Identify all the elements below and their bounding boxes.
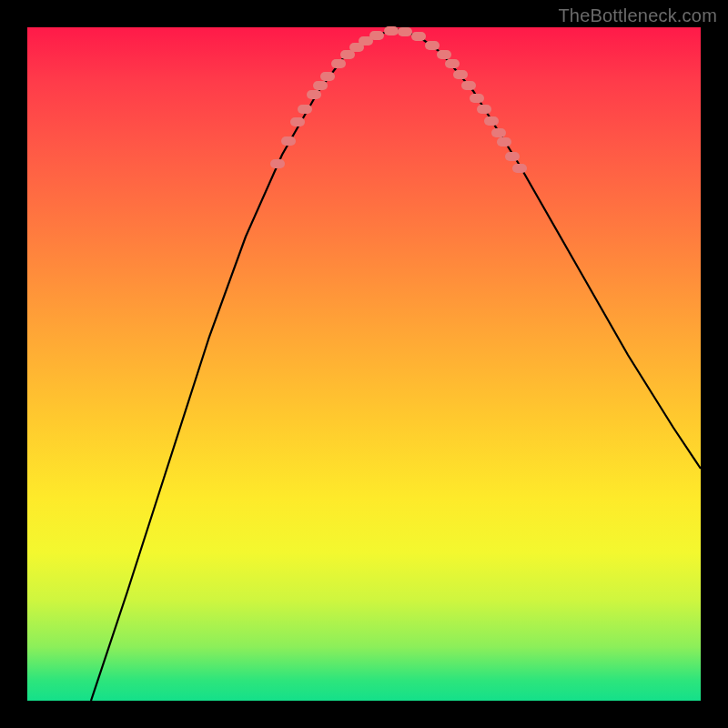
marker-pill [484,116,499,126]
bottleneck-curve [91,29,701,701]
highlight-markers-right [398,27,527,173]
marker-pill [398,27,412,36]
marker-pill [290,117,305,126]
marker-pill [369,31,384,40]
marker-pill [491,128,506,137]
marker-pill [505,152,520,161]
marker-pill [437,50,451,59]
marker-pill [497,137,511,147]
marker-pill [470,94,484,103]
marker-pill [425,41,440,50]
highlight-markers-left [270,26,399,168]
marker-pill [461,81,476,90]
marker-pill [512,164,527,173]
marker-pill [320,72,335,81]
marker-pill [298,105,312,114]
marker-pill [445,59,460,68]
marker-pill [477,105,491,114]
marker-pill [313,81,328,90]
marker-pill [307,90,321,99]
marker-pill [411,32,426,41]
chart-svg [27,27,701,701]
marker-pill [331,59,346,68]
marker-pill [281,136,296,146]
marker-pill [453,70,468,79]
chart-frame: TheBottleneck.com [0,0,728,728]
attribution-label: TheBottleneck.com [558,5,717,26]
marker-pill [384,26,399,35]
marker-pill [270,159,285,168]
plot-area [27,27,701,701]
